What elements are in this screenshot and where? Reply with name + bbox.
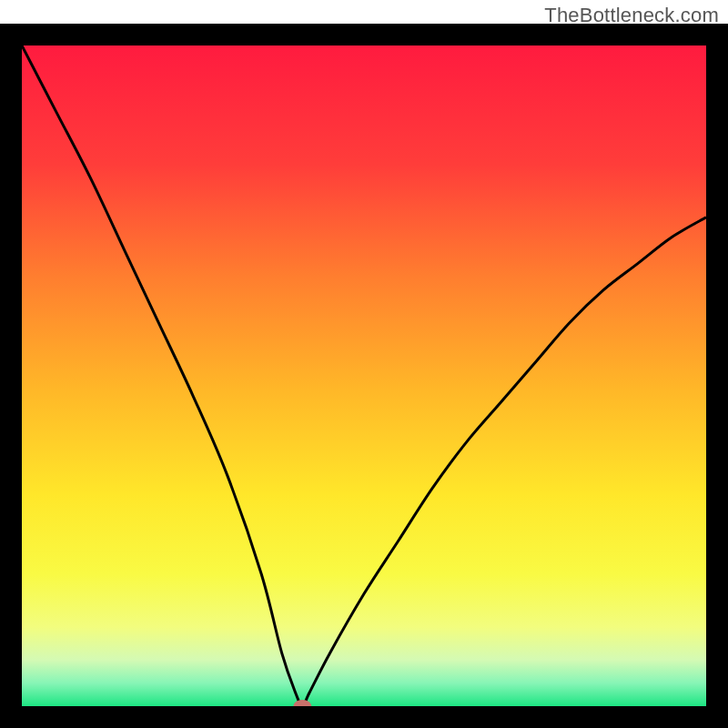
plot-area [22,46,706,706]
chart-frame [0,24,728,728]
chart-svg [22,46,706,706]
chart-container: TheBottleneck.com [0,0,728,728]
watermark-text: TheBottleneck.com [544,4,719,27]
gradient-background [22,46,706,706]
